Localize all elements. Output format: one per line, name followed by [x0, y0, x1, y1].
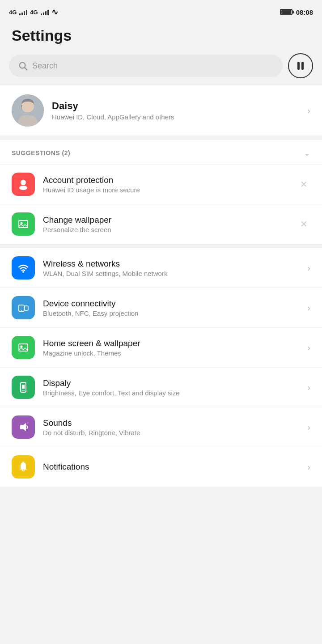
suggestion-sub-wallpaper: Personalize the screen [43, 226, 289, 233]
suggestion-title-wallpaper: Change wallpaper [43, 215, 289, 225]
search-section: Search [0, 53, 322, 85]
device-connectivity-title: Device connectivity [43, 299, 299, 309]
home-image-icon [17, 341, 30, 354]
wireless-networks-icon [12, 256, 35, 280]
close-account-protection-button[interactable]: ✕ [297, 176, 310, 192]
wireless-networks-sub: WLAN, Dual SIM settings, Mobile network [43, 270, 299, 277]
settings-item-device-connectivity[interactable]: Device connectivity Bluetooth, NFC, Easy… [0, 288, 322, 327]
signal-bars-1 [19, 9, 27, 15]
time-display: 08:08 [296, 8, 313, 16]
profile-card: Daisy Huawei ID, Cloud, AppGallery and o… [0, 85, 322, 136]
svg-line-1 [25, 68, 27, 70]
suggestion-text-wallpaper: Change wallpaper Personalize the screen [43, 215, 289, 233]
network-4g-1: 4G [9, 9, 17, 16]
settings-list-card: Wireless & networks WLAN, Dual SIM setti… [0, 248, 322, 487]
home-screen-sub: Magazine unlock, Themes [43, 349, 299, 357]
sounds-sub: Do not disturb, Ringtone, Vibrate [43, 429, 299, 436]
suggestions-title: SUGGESTIONS (2) [12, 149, 70, 157]
suggestion-item-wallpaper[interactable]: Change wallpaper Personalize the screen … [0, 204, 322, 244]
settings-item-wireless-networks[interactable]: Wireless & networks WLAN, Dual SIM setti… [0, 248, 322, 288]
battery-body [280, 9, 292, 15]
display-title: Dispaly [43, 378, 299, 388]
svg-point-22 [22, 462, 24, 463]
display-text: Dispaly Brightness, Eye comfort, Text an… [43, 378, 299, 397]
svg-point-6 [21, 180, 26, 185]
search-bar[interactable]: Search [9, 55, 283, 77]
account-protection-icon [12, 173, 35, 196]
svg-rect-20 [22, 385, 25, 389]
status-right: 08:08 [280, 8, 313, 16]
network-4g-2: 4G [30, 9, 38, 16]
notifications-title: Notifications [43, 462, 299, 472]
home-screen-title: Home screen & wallpaper [43, 339, 299, 348]
status-bar: 4G 4G ∿ 08:08 [0, 0, 322, 22]
status-left: 4G 4G ∿ [9, 7, 58, 17]
svg-rect-13 [25, 306, 28, 310]
sounds-title: Sounds [43, 418, 299, 428]
pause-icon [297, 62, 304, 70]
sounds-text: Sounds Do not disturb, Ringtone, Vibrate [43, 418, 299, 436]
notifications-chevron: › [307, 462, 310, 472]
notifications-text: Notifications [43, 462, 299, 472]
sig-bar [21, 13, 23, 15]
wireless-networks-text: Wireless & networks WLAN, Dual SIM setti… [43, 259, 299, 277]
home-screen-icon [12, 336, 35, 359]
suggestion-sub-account: Huawei ID usage is more secure [43, 186, 289, 194]
phone-display-icon [17, 381, 30, 394]
wireless-networks-title: Wireless & networks [43, 259, 299, 269]
profile-chevron-icon: › [307, 106, 310, 116]
profile-text: Daisy Huawei ID, Cloud, AppGallery and o… [52, 100, 299, 121]
bell-icon [17, 461, 30, 473]
speaker-icon [17, 421, 30, 433]
battery-fill [281, 10, 291, 14]
settings-item-display[interactable]: Dispaly Brightness, Eye comfort, Text an… [0, 367, 322, 407]
home-screen-text: Home screen & wallpaper Magazine unlock,… [43, 339, 299, 357]
pause-button[interactable] [288, 53, 313, 78]
svg-point-8 [19, 186, 27, 190]
display-icon [12, 376, 35, 399]
sig-bar [43, 13, 44, 15]
devices-icon [17, 301, 30, 314]
sig-bar [19, 13, 21, 15]
sounds-icon [12, 415, 35, 439]
suggestion-title-account: Account protection [43, 175, 289, 185]
display-chevron: › [307, 382, 310, 393]
svg-rect-21 [20, 425, 23, 429]
sig-bar [47, 10, 49, 15]
sounds-chevron: › [307, 422, 310, 432]
profile-subtitle: Huawei ID, Cloud, AppGallery and others [52, 113, 299, 121]
pause-bar-left [297, 62, 300, 70]
profile-row[interactable]: Daisy Huawei ID, Cloud, AppGallery and o… [0, 85, 322, 136]
settings-item-notifications[interactable]: Notifications › [0, 447, 322, 487]
page-title: Settings [12, 27, 310, 44]
change-wallpaper-icon [12, 212, 35, 236]
page-header: Settings [0, 22, 322, 53]
home-screen-chevron: › [307, 343, 310, 353]
suggestion-item-account-protection[interactable]: Account protection Huawei ID usage is mo… [0, 164, 322, 204]
notifications-icon [12, 455, 35, 479]
avatar-image [12, 94, 44, 127]
settings-item-home-screen[interactable]: Home screen & wallpaper Magazine unlock,… [0, 327, 322, 367]
sig-bar [24, 11, 25, 15]
image-icon [17, 218, 30, 230]
settings-item-sounds[interactable]: Sounds Do not disturb, Ringtone, Vibrate… [0, 407, 322, 447]
svg-point-11 [22, 271, 24, 273]
sig-bar [41, 13, 42, 15]
profile-name: Daisy [52, 100, 299, 112]
sig-bar [45, 11, 47, 15]
device-connectivity-chevron: › [307, 303, 310, 313]
wireless-networks-chevron: › [307, 263, 310, 273]
suggestions-collapse-icon[interactable]: ⌄ [304, 148, 310, 158]
sig-bar [26, 10, 27, 15]
display-sub: Brightness, Eye comfort, Text and displa… [43, 389, 299, 397]
suggestions-header[interactable]: SUGGESTIONS (2) ⌄ [0, 140, 322, 164]
device-connectivity-icon [12, 296, 35, 319]
search-icon [18, 61, 28, 71]
wifi-icon [17, 262, 30, 274]
pause-bar-right [301, 62, 304, 70]
close-wallpaper-button[interactable]: ✕ [297, 216, 310, 232]
avatar [12, 94, 44, 127]
device-connectivity-sub: Bluetooth, NFC, Easy projection [43, 309, 299, 317]
battery-icon [280, 9, 292, 15]
signal-bars-2 [41, 9, 49, 15]
